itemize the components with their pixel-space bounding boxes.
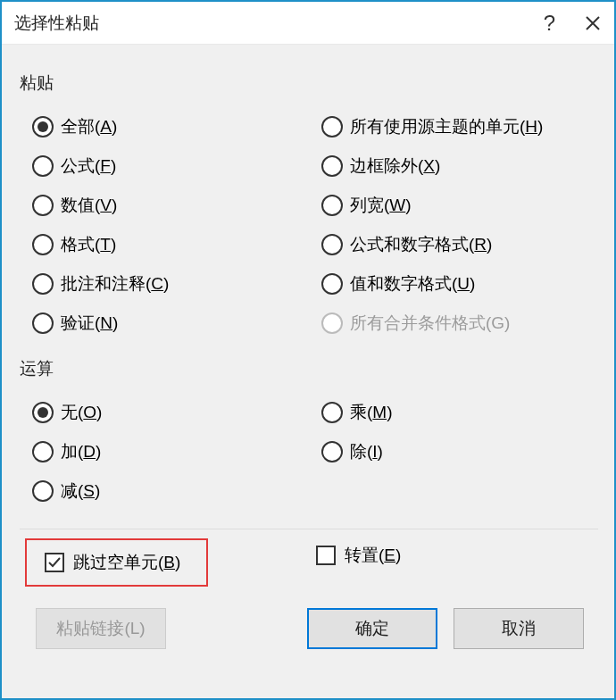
operation-option-1[interactable]: 加(D) xyxy=(20,432,309,471)
paste-option-1[interactable]: 公式(F) xyxy=(20,146,309,186)
radio-icon xyxy=(321,273,343,295)
radio-icon xyxy=(32,273,54,295)
checkmark-icon xyxy=(47,555,62,570)
radio-label: 乘(M) xyxy=(350,401,392,424)
paste-option-6[interactable]: 所有使用源主题的单元(H) xyxy=(309,107,598,146)
checkbox-row: 跳过空单元(B) 转置(E) xyxy=(20,538,598,587)
skip-blanks-checkbox[interactable]: 跳过空单元(B) xyxy=(37,546,196,579)
radio-label: 格式(T) xyxy=(61,233,116,256)
transpose-label: 转置(E) xyxy=(345,544,401,567)
help-button[interactable]: ? xyxy=(544,11,555,36)
radio-label: 值和数字格式(U) xyxy=(350,272,475,296)
radio-label: 加(D) xyxy=(61,440,101,463)
ok-button[interactable]: 确定 xyxy=(307,608,437,649)
radio-icon xyxy=(32,441,54,462)
radio-icon xyxy=(32,402,54,423)
paste-radio-group: 全部(A)公式(F)数值(V)格式(T)批注和注释(C)验证(N) 所有使用源主… xyxy=(20,107,598,343)
radio-icon xyxy=(321,155,343,177)
transpose-checkbox[interactable]: 转置(E) xyxy=(309,538,598,572)
operation-option-4[interactable]: 除(I) xyxy=(309,432,598,471)
button-row: 粘贴链接(L) 确定 取消 xyxy=(20,587,598,649)
paste-option-5[interactable]: 验证(N) xyxy=(20,304,309,343)
operation-radio-group: 无(O)加(D)减(S) 乘(M)除(I) xyxy=(20,393,598,511)
radio-label: 列宽(W) xyxy=(350,194,412,217)
separator xyxy=(20,529,598,529)
operation-option-3[interactable]: 乘(M) xyxy=(309,393,598,432)
radio-label: 全部(A) xyxy=(61,115,117,138)
radio-label: 所有合并条件格式(G) xyxy=(350,312,510,335)
skip-blanks-highlight: 跳过空单元(B) xyxy=(25,538,208,587)
radio-label: 批注和注释(C) xyxy=(61,272,169,296)
radio-label: 数值(V) xyxy=(61,194,117,217)
radio-icon xyxy=(321,402,343,423)
radio-icon xyxy=(321,195,343,216)
paste-option-2[interactable]: 数值(V) xyxy=(20,186,309,225)
close-icon xyxy=(584,14,602,32)
radio-label: 边框除外(X) xyxy=(350,154,440,178)
paste-option-10[interactable]: 值和数字格式(U) xyxy=(309,264,598,304)
radio-icon xyxy=(32,195,54,216)
operation-option-2[interactable]: 减(S) xyxy=(20,471,309,511)
paste-option-11: 所有合并条件格式(G) xyxy=(309,304,598,343)
paste-option-4[interactable]: 批注和注释(C) xyxy=(20,264,309,304)
radio-label: 所有使用源主题的单元(H) xyxy=(350,115,543,138)
paste-link-button[interactable]: 粘贴链接(L) xyxy=(36,608,166,649)
radio-label: 减(S) xyxy=(61,479,100,503)
radio-icon xyxy=(321,312,343,334)
close-button[interactable] xyxy=(584,14,602,32)
radio-icon xyxy=(321,441,343,462)
paste-option-9[interactable]: 公式和数字格式(R) xyxy=(309,225,598,264)
paste-option-7[interactable]: 边框除外(X) xyxy=(309,146,598,186)
radio-icon xyxy=(32,155,54,177)
paste-option-0[interactable]: 全部(A) xyxy=(20,107,309,146)
radio-icon xyxy=(321,116,343,138)
paste-section-label: 粘贴 xyxy=(20,71,598,95)
radio-icon xyxy=(32,116,54,138)
radio-label: 无(O) xyxy=(61,401,102,424)
cancel-button[interactable]: 取消 xyxy=(454,608,584,649)
window-controls: ? xyxy=(544,11,602,36)
radio-icon xyxy=(32,234,54,255)
operation-section-label: 运算 xyxy=(20,357,598,380)
radio-icon xyxy=(32,480,54,502)
operation-option-0[interactable]: 无(O) xyxy=(20,393,309,432)
radio-label: 验证(N) xyxy=(61,312,118,335)
radio-label: 公式(F) xyxy=(61,154,116,178)
radio-icon xyxy=(32,312,54,334)
paste-option-3[interactable]: 格式(T) xyxy=(20,225,309,264)
dialog-content: 粘贴 全部(A)公式(F)数值(V)格式(T)批注和注释(C)验证(N) 所有使… xyxy=(2,45,614,658)
dialog-title: 选择性粘贴 xyxy=(14,12,99,35)
radio-label: 公式和数字格式(R) xyxy=(350,233,492,256)
skip-blanks-label: 跳过空单元(B) xyxy=(73,551,180,574)
titlebar: 选择性粘贴 ? xyxy=(2,2,614,45)
checkbox-box xyxy=(316,546,336,565)
checkbox-box xyxy=(45,553,64,572)
paste-option-8[interactable]: 列宽(W) xyxy=(309,186,598,225)
radio-label: 除(I) xyxy=(350,440,383,463)
radio-icon xyxy=(321,234,343,255)
